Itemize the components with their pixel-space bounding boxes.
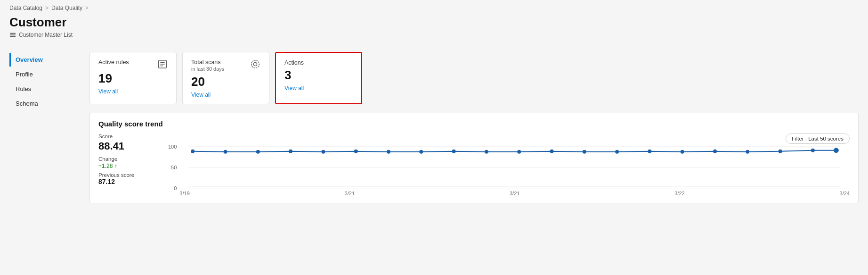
data-point <box>256 150 260 154</box>
data-point <box>713 150 717 153</box>
svg-rect-1 <box>10 34 16 35</box>
score-value: 88.41 <box>98 140 160 152</box>
data-point <box>583 150 586 154</box>
y-label-50: 50 <box>168 165 177 170</box>
card-total-scans: Total scans in last 30 days 20 View all <box>182 52 269 104</box>
data-point <box>420 150 423 154</box>
data-point <box>681 150 684 154</box>
data-point <box>452 150 456 153</box>
card-actions-label: Actions <box>284 59 304 66</box>
svg-rect-0 <box>10 33 16 34</box>
breadcrumb-item-catalog[interactable]: Data Catalog <box>9 5 42 11</box>
card-total-scans-sublabel: in last 30 days <box>191 66 224 72</box>
data-point <box>550 150 554 153</box>
score-label: Score <box>98 133 160 139</box>
card-total-scans-value: 20 <box>191 75 260 89</box>
card-actions-value: 3 <box>284 68 353 83</box>
data-point <box>746 150 750 154</box>
breadcrumb: Data Catalog > Data Quality > <box>0 0 868 13</box>
chart-area: Filter : Last 50 scores 100 50 0 <box>168 133 850 196</box>
card-total-scans-viewall[interactable]: View all <box>191 92 211 98</box>
scan-icon <box>250 59 260 69</box>
page-subtitle: Customer Master List <box>9 32 859 38</box>
change-value: +1.28 ↑ <box>98 163 160 169</box>
data-point <box>518 150 521 154</box>
chart-stats: Score 88.41 Change +1.28 ↑ Previous scor… <box>98 133 160 196</box>
breadcrumb-sep-2: > <box>85 5 89 11</box>
quality-section: Quality score trend Score 88.41 Change +… <box>89 113 859 203</box>
data-point <box>354 150 358 153</box>
svg-rect-2 <box>10 36 16 37</box>
line-chart-svg <box>179 142 850 189</box>
data-point <box>616 150 619 154</box>
y-label-0: 0 <box>168 185 177 191</box>
breadcrumb-sep-1: > <box>45 5 49 11</box>
x-label-322: 3/22 <box>674 191 684 196</box>
card-active-rules-label: Active rules <box>98 59 129 66</box>
x-label-321a: 3/21 <box>345 191 355 196</box>
change-label: Change <box>98 156 160 162</box>
svg-point-8 <box>251 60 260 68</box>
main-content: Active rules 19 View all <box>85 45 868 210</box>
sidebar-item-overview[interactable]: Overview <box>9 53 85 67</box>
prev-score-value: 87.12 <box>98 178 160 185</box>
breadcrumb-item-quality[interactable]: Data Quality <box>51 5 82 11</box>
sidebar: Overview Profile Rules Schema <box>0 45 85 210</box>
page-subtitle-text: Customer Master List <box>19 32 73 38</box>
page-title: Customer <box>9 15 859 30</box>
list-icon <box>9 32 16 38</box>
data-point <box>485 150 488 154</box>
x-label-324: 3/24 <box>840 191 850 196</box>
card-total-scans-label: Total scans <box>191 59 224 66</box>
card-actions: Actions 3 View all <box>275 52 362 104</box>
cards-row: Active rules 19 View all <box>89 52 859 104</box>
x-label-321b: 3/21 <box>510 191 519 196</box>
y-label-100: 100 <box>168 144 177 150</box>
content-area: Overview Profile Rules Schema Active rul… <box>0 45 868 210</box>
card-actions-viewall[interactable]: View all <box>284 85 304 92</box>
data-point <box>322 150 325 154</box>
rules-icon <box>157 59 168 69</box>
data-point <box>387 150 390 154</box>
data-point <box>191 150 195 153</box>
prev-score-label: Previous score <box>98 172 160 178</box>
quality-trend-title: Quality score trend <box>98 120 850 128</box>
card-active-rules-viewall[interactable]: View all <box>98 88 118 95</box>
page-header: Customer Customer Master List <box>0 13 868 42</box>
data-point <box>779 150 782 153</box>
x-label-319: 3/19 <box>179 191 189 196</box>
data-point-last <box>834 148 839 153</box>
data-point <box>648 150 652 153</box>
svg-point-7 <box>253 62 257 66</box>
sidebar-item-profile[interactable]: Profile <box>9 67 85 81</box>
card-active-rules-value: 19 <box>98 71 168 86</box>
data-point <box>811 149 815 152</box>
chart-left: Score 88.41 Change +1.28 ↑ Previous scor… <box>98 133 850 196</box>
data-point <box>289 150 293 153</box>
card-active-rules: Active rules 19 View all <box>89 52 177 104</box>
sidebar-item-schema[interactable]: Schema <box>9 97 85 110</box>
sidebar-item-rules[interactable]: Rules <box>9 82 85 96</box>
data-point <box>224 150 227 154</box>
